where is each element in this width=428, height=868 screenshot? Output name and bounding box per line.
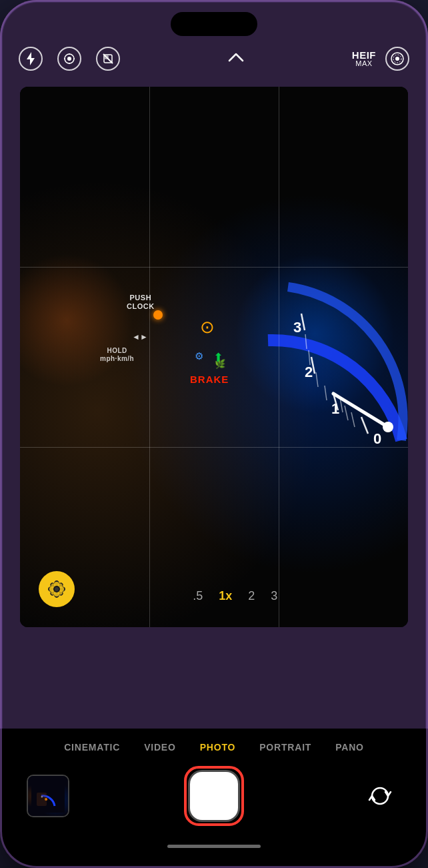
mode-video[interactable]: VIDEO xyxy=(132,739,188,755)
no-scan-button[interactable] xyxy=(96,47,120,71)
mode-selector: CINEMATIC VIDEO PHOTO PORTRAIT PANO xyxy=(0,729,428,761)
push-clock-label: PUSHCLOCK xyxy=(127,294,155,311)
photo-thumbnail[interactable]: ● xyxy=(27,775,69,817)
top-controls-right: HEIF MAX xyxy=(352,47,409,71)
brake-indicator: BRAKE xyxy=(190,374,229,385)
viewfinder-scene: 0 1 2 3 xyxy=(20,87,408,627)
thumbnail-content: ● xyxy=(28,776,68,816)
svg-point-11 xyxy=(395,57,399,61)
home-indicator xyxy=(167,845,261,848)
svg-line-23 xyxy=(351,412,355,427)
svg-point-22 xyxy=(383,422,393,432)
top-controls-bar: HEIF MAX xyxy=(0,47,428,71)
live-photo-button[interactable] xyxy=(57,47,81,71)
tire-pressure-indicator: ⊙ xyxy=(200,317,215,338)
svg-marker-0 xyxy=(27,52,35,65)
camera-viewfinder[interactable]: 0 1 2 3 xyxy=(20,87,408,627)
zoom-05[interactable]: .5 xyxy=(193,589,203,603)
svg-text:1: 1 xyxy=(331,400,339,417)
hold-text-label: HOLDmph·km/h xyxy=(100,347,134,363)
flip-camera-button[interactable] xyxy=(359,775,401,817)
svg-line-28 xyxy=(309,350,310,365)
arrows-left: ◄► xyxy=(132,332,148,342)
svg-rect-53 xyxy=(37,793,47,806)
svg-line-26 xyxy=(325,386,327,400)
zoom-1x[interactable]: 1x xyxy=(219,589,232,603)
chevron-up-button[interactable] xyxy=(227,50,245,67)
svg-text:2: 2 xyxy=(305,364,313,380)
camera-controls: CINEMATIC VIDEO PHOTO PORTRAIT PANO ● xyxy=(0,729,428,868)
mode-photo[interactable]: PHOTO xyxy=(188,739,248,755)
shutter-row: ● xyxy=(0,761,428,839)
shutter-button[interactable] xyxy=(184,766,244,826)
speedometer: 0 1 2 3 xyxy=(235,207,408,460)
svg-text:0: 0 xyxy=(373,430,381,447)
orange-dot-indicator xyxy=(153,310,163,320)
format-badge[interactable]: HEIF MAX xyxy=(352,50,376,67)
svg-line-27 xyxy=(316,372,318,387)
svg-line-13 xyxy=(361,417,368,434)
dynamic-island xyxy=(171,12,257,36)
svg-point-49 xyxy=(55,587,59,591)
svg-line-24 xyxy=(345,406,348,420)
mode-cinematic[interactable]: CINEMATIC xyxy=(52,739,132,755)
eco-indicator-2: 🌿 xyxy=(215,359,225,369)
zoom-2[interactable]: 2 xyxy=(248,589,255,603)
live-options-button[interactable] xyxy=(385,47,409,71)
mode-pano[interactable]: PANO xyxy=(323,739,376,755)
svg-line-16 xyxy=(301,314,305,330)
svg-text:3: 3 xyxy=(293,319,301,336)
flash-button[interactable] xyxy=(19,47,43,71)
shutter-inner-circle xyxy=(190,772,238,820)
macro-button[interactable] xyxy=(39,571,75,607)
zoom-3[interactable]: 3 xyxy=(271,589,277,603)
svg-point-1 xyxy=(67,57,71,61)
phone-frame: HEIF MAX xyxy=(0,0,428,868)
gear-indicator: ⚙ xyxy=(195,350,203,362)
top-controls-left xyxy=(19,47,120,71)
mode-portrait[interactable]: PORTRAIT xyxy=(247,739,323,755)
zoom-controls: .5 1x 2 3 xyxy=(193,589,277,603)
